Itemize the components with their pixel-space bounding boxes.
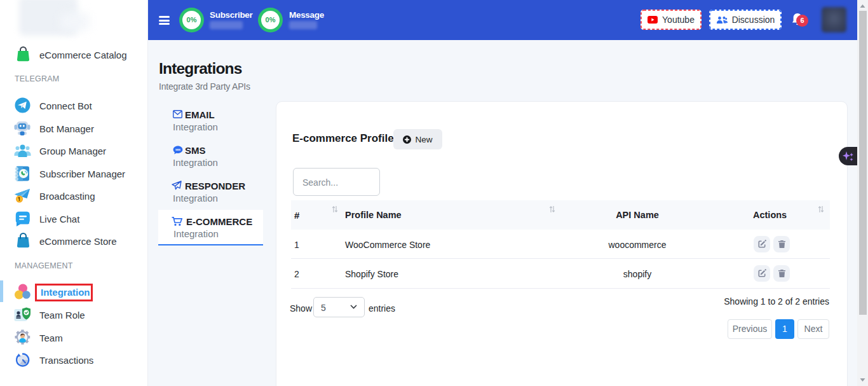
svg-text:SMS: SMS xyxy=(175,149,180,151)
